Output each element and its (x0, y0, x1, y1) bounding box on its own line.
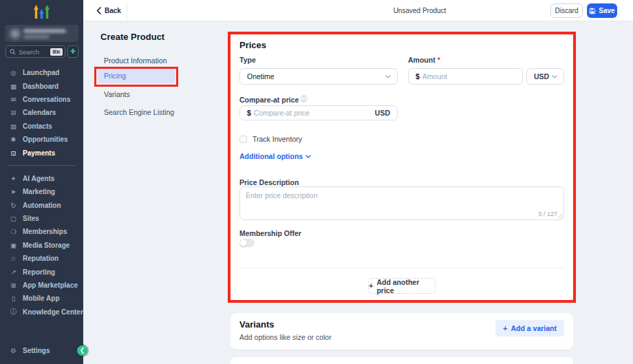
sidebar-item-label: Media Storage (23, 242, 69, 249)
sidebar-item-label: Reporting (23, 268, 55, 276)
sidebar-item-label: Contacts (23, 122, 52, 130)
type-label: Type (239, 56, 256, 64)
search-placeholder: Search (19, 48, 47, 56)
compare-at-price-field: $ USD (239, 105, 398, 120)
sidebar-item-ai-agents[interactable]: ✦AI Agents (0, 172, 83, 185)
sidebar-item-payments[interactable]: ⊡Payments (0, 146, 83, 159)
launchpad-icon: ◎ (9, 69, 18, 76)
save-icon (589, 8, 596, 14)
sidebar-item-sites[interactable]: ▢Sites (0, 212, 83, 225)
type-select[interactable]: Onetime (239, 68, 398, 85)
additional-options-link[interactable]: Additional options (239, 152, 311, 160)
price-description-textarea[interactable] (240, 187, 564, 211)
currency-select[interactable]: USD (526, 68, 564, 85)
product-nav-pricing[interactable]: Pricing (97, 68, 175, 83)
prices-title: Prices (239, 40, 266, 50)
sidebar-item-contacts[interactable]: ▤Contacts (0, 120, 83, 133)
contacts-icon: ▤ (9, 122, 18, 130)
account-name-redacted (23, 29, 66, 33)
sidebar-item-label: Memberships (23, 228, 67, 235)
char-counter: 0 / 127 (538, 211, 557, 217)
amount-input[interactable] (422, 72, 522, 81)
mobile-app-icon: ▯ (9, 295, 18, 302)
product-nav-search-engine-listing[interactable]: Search Engine Listing (97, 107, 186, 118)
add-a-variant-button[interactable]: + Add a variant (495, 320, 564, 336)
gear-icon: ⚙ (9, 347, 18, 354)
membership-offer-toggle[interactable] (239, 239, 255, 247)
conversations-icon: ✉ (9, 96, 18, 103)
back-button[interactable]: Back (96, 4, 121, 17)
required-asterisk: * (438, 56, 440, 64)
save-button[interactable]: Save (587, 3, 617, 18)
currency-prefix: $ (240, 109, 251, 117)
back-label: Back (105, 7, 121, 14)
plus-icon: + (369, 282, 373, 290)
product-nav-label: Product Information (104, 56, 167, 65)
add-another-price-label: Add another price (376, 278, 435, 295)
sidebar-item-opportunities[interactable]: ✱Opportunities (0, 133, 83, 146)
knowledge-center-icon: ⓘ (9, 308, 18, 317)
track-inventory-row[interactable]: Track Inventory (239, 135, 302, 143)
compare-at-price-label: Compare-at priceⓘ (239, 95, 308, 104)
product-nav-variants[interactable]: Variants (97, 89, 186, 100)
product-nav-label: Search Engine Listing (104, 108, 174, 116)
sidebar-item-reputation[interactable]: ☆Reputation (0, 252, 83, 265)
marketing-icon: ➤ (9, 188, 18, 195)
sidebar-item-app-marketplace[interactable]: ⊞App Marketplace (0, 279, 83, 292)
plus-icon: + (503, 325, 507, 332)
sidebar-item-conversations[interactable]: ✉Conversations (0, 93, 83, 106)
sidebar-divider (7, 165, 76, 166)
sidebar-item-calendars[interactable]: ⊟Calendars (0, 106, 83, 119)
create-product-title: Create Product (97, 32, 186, 42)
product-nav-label: Variants (104, 90, 130, 98)
sidebar-item-label: Payments (23, 149, 55, 157)
sidebar-item-dashboard[interactable]: ▦Dashboard (0, 79, 83, 92)
calendars-icon: ⊟ (9, 109, 18, 116)
ai-agents-icon: ✦ (9, 175, 18, 182)
account-subtext-redacted (23, 35, 50, 39)
save-label: Save (599, 7, 614, 14)
search-input[interactable]: Search ⌘K (6, 45, 65, 58)
sidebar-item-media-storage[interactable]: ▣Media Storage (0, 239, 83, 252)
sidebar-item-memberships[interactable]: ❍Memberships (0, 225, 83, 238)
sidebar-item-label: Settings (23, 347, 50, 354)
track-inventory-checkbox[interactable] (239, 136, 247, 143)
account-switcher[interactable] (5, 25, 78, 42)
product-nav-product-information[interactable]: Product Information (97, 55, 186, 66)
sidebar-item-label: Knowledge Center (23, 308, 83, 316)
variants-subtitle: Add options like size or color (239, 333, 332, 341)
product-nav: Create Product Product InformationPricin… (97, 32, 186, 125)
sidebar-nav: ◎Launchpad▦Dashboard✉Conversations⊟Calen… (0, 66, 83, 319)
quick-add-button[interactable]: ✚ (67, 45, 78, 58)
membership-offer-label: Membership Offer (239, 229, 301, 237)
toggle-knob (240, 239, 247, 246)
chevron-left-icon (96, 7, 101, 14)
sidebar-collapse-button[interactable]: ❮ (77, 345, 87, 356)
search-icon (10, 49, 16, 55)
discard-button[interactable]: Discard (550, 3, 583, 18)
chevron-down-icon (552, 75, 557, 78)
sidebar-item-label: Launchpad (23, 69, 59, 76)
compare-at-price-input[interactable] (254, 109, 375, 117)
payments-icon: ⊡ (9, 149, 18, 157)
sidebar-item-marketing[interactable]: ➤Marketing (0, 185, 83, 198)
highlevel-logo-icon (33, 4, 50, 22)
sidebar-item-launchpad[interactable]: ◎Launchpad (0, 66, 83, 79)
currency-suffix: USD (375, 109, 397, 117)
dashboard-icon: ▦ (9, 83, 18, 90)
sidebar-item-mobile-app[interactable]: ▯Mobile App (0, 292, 83, 305)
sidebar-item-label: Automation (23, 202, 61, 209)
reporting-icon: ↗ (9, 268, 18, 276)
sidebar-item-label: Sites (23, 215, 39, 222)
sidebar-item-knowledge-center[interactable]: ⓘKnowledge Center (0, 306, 83, 319)
sidebar-item-label: Opportunities (23, 136, 68, 143)
opportunities-icon: ✱ (9, 136, 18, 143)
automation-icon: ↻ (9, 202, 18, 209)
sidebar-item-settings[interactable]: ⚙ Settings (0, 344, 83, 357)
sidebar-item-label: Mobile App (23, 295, 60, 302)
sidebar-item-automation[interactable]: ↻Automation (0, 199, 83, 212)
prices-card: Prices Type Amount* Onetime $ USD Compar… (230, 34, 573, 301)
add-another-price-button[interactable]: + Add another price (368, 278, 436, 294)
memberships-icon: ❍ (9, 228, 18, 235)
sidebar-item-reporting[interactable]: ↗Reporting (0, 265, 83, 278)
